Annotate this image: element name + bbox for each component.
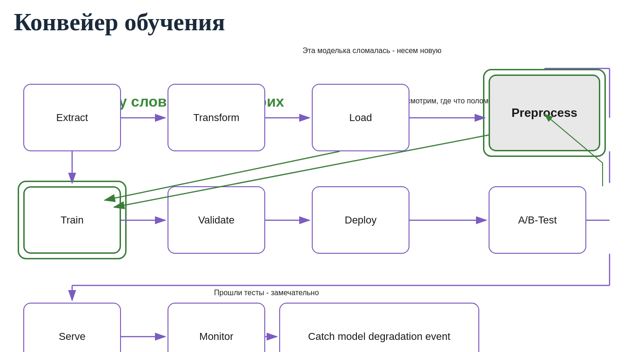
node-catch: Catch model degradation event [279,303,479,352]
node-train: Train [23,186,121,254]
node-extract: Extract [23,84,121,151]
node-load: Load [312,84,409,151]
node-validate: Validate [168,186,265,254]
node-abtest: A/B-Test [489,186,586,254]
annotation-tests-pass: Прошли тесты - замечательно [214,289,319,297]
node-transform: Transform [168,84,265,151]
node-preprocess: Preprocess [489,74,600,151]
node-monitor: Monitor [168,303,265,352]
page-title: Конвейер обучения [14,8,225,36]
annotation-broken-model: Эта моделька сломалась - несем новую [302,47,442,55]
node-serve: Serve [23,303,121,352]
node-deploy: Deploy [312,186,409,254]
